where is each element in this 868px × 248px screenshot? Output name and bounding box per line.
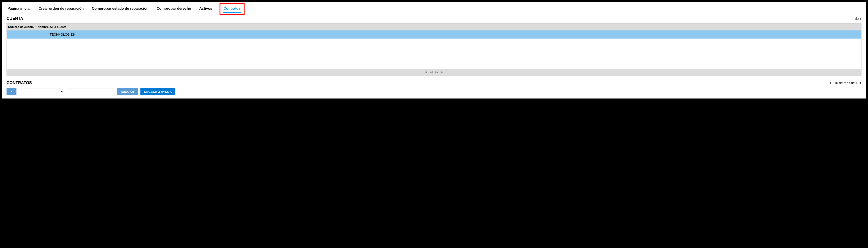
filter-select-wrap <box>19 89 64 95</box>
download-button[interactable] <box>6 88 17 95</box>
pager-first-icon[interactable] <box>425 70 427 74</box>
account-table: Número de cuenta Nombre de la cuenta <box>7 24 861 30</box>
main-tabs: Página inicial Crear orden de reparación… <box>2 2 866 14</box>
contracts-range: 1 - 10 de más de 10+ <box>830 81 862 85</box>
tab-check-repair-status[interactable]: Comprobar estado de reparación <box>91 5 149 13</box>
account-table-container: Número de cuenta Nombre de la cuenta TEC… <box>6 23 862 76</box>
download-icon <box>10 90 13 94</box>
account-row-number <box>7 30 36 38</box>
account-table-body[interactable]: TECHNOLOGIES <box>7 30 861 69</box>
tab-check-entitlement[interactable]: Comprobar derecho <box>156 5 192 13</box>
tab-assets[interactable]: Activos <box>198 5 213 13</box>
filter-text-input[interactable] <box>67 89 114 95</box>
table-row[interactable]: TECHNOLOGIES <box>7 30 861 38</box>
pager-last-icon[interactable] <box>441 70 443 74</box>
account-title: CUENTA <box>6 16 23 21</box>
contracts-section: CONTRATOS 1 - 10 de más de 10+ <box>2 78 866 88</box>
account-row-name: TECHNOLOGIES <box>36 30 861 38</box>
account-col-name[interactable]: Nombre de la cuenta <box>36 24 861 30</box>
account-pager <box>7 69 861 76</box>
account-header: CUENTA 1 - 1 de 1 <box>6 16 862 21</box>
account-section: CUENTA 1 - 1 de 1 Número de cuenta Nombr… <box>2 14 866 78</box>
contracts-header: CONTRATOS 1 - 10 de más de 10+ <box>6 81 862 85</box>
search-button[interactable]: BUSCAR <box>117 88 138 95</box>
pager-next-icon[interactable] <box>435 70 438 74</box>
pager-prev-icon[interactable] <box>430 70 433 74</box>
tab-create-repair-order[interactable]: Crear orden de reparación <box>38 5 85 13</box>
contracts-toolbar: BUSCAR NECESITO AYUDA <box>2 88 866 98</box>
account-range: 1 - 1 de 1 <box>847 17 862 21</box>
tab-home[interactable]: Página inicial <box>6 5 31 13</box>
filter-select[interactable] <box>19 89 64 95</box>
account-col-number[interactable]: Número de cuenta <box>7 24 36 30</box>
tab-contracts-highlight: Contratos <box>220 3 245 14</box>
app-window: Página inicial Crear orden de reparación… <box>2 2 866 98</box>
account-table-header-row: Número de cuenta Nombre de la cuenta <box>7 24 861 30</box>
need-help-button[interactable]: NECESITO AYUDA <box>141 88 175 95</box>
tab-contracts[interactable]: Contratos <box>223 5 242 13</box>
contracts-title: CONTRATOS <box>6 81 32 85</box>
